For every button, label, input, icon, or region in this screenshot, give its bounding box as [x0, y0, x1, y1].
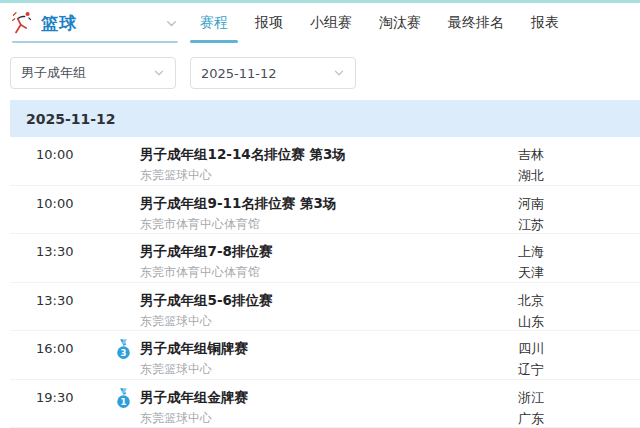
match-row[interactable]: 19:30 1 男子成年组金牌赛 东莞篮球中心 浙江 广东 — [10, 380, 640, 428]
match-row[interactable]: 10:00 3 男子成年组9-11名排位赛 第3场 东莞市体育中心体育馆 河南 … — [10, 186, 640, 235]
team-bottom: 江苏 — [518, 215, 640, 234]
svg-text:1: 1 — [120, 396, 126, 406]
match-row[interactable]: 13:30 3 男子成年组5-6排位赛 东莞篮球中心 北京 山东 — [10, 283, 640, 332]
team-bottom: 天津 — [518, 263, 640, 282]
basketball-player-logo-icon — [10, 10, 34, 36]
match-venue: 东莞篮球中心 — [140, 312, 518, 331]
match-row[interactable]: 16:00 3 男子成年组铜牌赛 东莞篮球中心 四川 辽宁 — [10, 331, 640, 380]
match-time: 19:30 — [36, 388, 106, 428]
date-select[interactable]: 2025-11-12 — [190, 57, 356, 89]
team-top: 吉林 — [518, 145, 640, 164]
chevron-down-icon — [333, 67, 345, 79]
team-bottom: 湖北 — [518, 166, 640, 185]
match-title: 男子成年组9-11名排位赛 第3场 — [140, 194, 518, 213]
tab-label: 最终排名 — [448, 14, 504, 32]
sport-name: 篮球 — [41, 12, 77, 35]
team-top: 上海 — [518, 242, 640, 261]
app-window: 篮球 赛程 报项 小组赛 淘汰赛 最终排名 报表 男子成年组 2025-11-1… — [0, 0, 640, 428]
match-time: 10:00 — [36, 145, 106, 185]
match-time: 13:30 — [36, 291, 106, 331]
tab-2[interactable]: 小组赛 — [300, 3, 362, 43]
group-select[interactable]: 男子成年组 — [10, 57, 176, 89]
match-venue: 东莞市体育中心体育馆 — [140, 215, 518, 234]
tab-label: 小组赛 — [310, 14, 352, 32]
match-title: 男子成年组金牌赛 — [140, 388, 518, 407]
tab-bar: 赛程 报项 小组赛 淘汰赛 最终排名 报表 — [190, 3, 576, 43]
tab-label: 报项 — [255, 14, 283, 32]
match-title: 男子成年组12-14名排位赛 第3场 — [140, 145, 518, 164]
group-select-value: 男子成年组 — [21, 64, 86, 82]
match-title: 男子成年组5-6排位赛 — [140, 291, 518, 310]
chevron-down-icon — [165, 17, 178, 30]
team-bottom: 广东 — [518, 409, 640, 428]
match-venue: 东莞篮球中心 — [140, 360, 518, 379]
schedule-list: 2025-11-12 10:00 3 男子成年组12-14名排位赛 第3场 东莞… — [10, 100, 640, 428]
team-top: 河南 — [518, 194, 640, 213]
team-top: 北京 — [518, 291, 640, 310]
match-title: 男子成年组铜牌赛 — [140, 339, 518, 358]
filter-bar: 男子成年组 2025-11-12 — [10, 57, 640, 89]
tab-label: 赛程 — [200, 14, 228, 32]
tab-3[interactable]: 淘汰赛 — [369, 3, 431, 43]
sport-selector-dropdown[interactable]: 篮球 — [10, 3, 178, 43]
date-header: 2025-11-12 — [10, 100, 640, 137]
tab-0[interactable]: 赛程 — [190, 3, 238, 43]
match-time: 16:00 — [36, 339, 106, 379]
match-title: 男子成年组7-8排位赛 — [140, 242, 518, 261]
medal-icon: 3 — [115, 339, 132, 364]
svg-text:3: 3 — [120, 348, 126, 358]
team-top: 四川 — [518, 339, 640, 358]
top-bar: 篮球 赛程 报项 小组赛 淘汰赛 最终排名 报表 — [0, 3, 640, 43]
match-row[interactable]: 10:00 3 男子成年组12-14名排位赛 第3场 东莞篮球中心 吉林 湖北 — [10, 137, 640, 186]
tab-label: 淘汰赛 — [379, 14, 421, 32]
match-venue: 东莞篮球中心 — [140, 166, 518, 185]
match-venue: 东莞市体育中心体育馆 — [140, 263, 518, 282]
team-bottom: 山东 — [518, 312, 640, 331]
chevron-down-icon — [153, 67, 165, 79]
tab-1[interactable]: 报项 — [245, 3, 293, 43]
team-bottom: 辽宁 — [518, 360, 640, 379]
tab-5[interactable]: 报表 — [521, 3, 569, 43]
date-select-value: 2025-11-12 — [201, 66, 277, 81]
match-time: 10:00 — [36, 194, 106, 234]
tab-label: 报表 — [531, 14, 559, 32]
match-row[interactable]: 13:30 3 男子成年组7-8排位赛 东莞市体育中心体育馆 上海 天津 — [10, 234, 640, 283]
tab-4[interactable]: 最终排名 — [438, 3, 514, 43]
team-top: 浙江 — [518, 388, 640, 407]
match-time: 13:30 — [36, 242, 106, 282]
match-venue: 东莞篮球中心 — [140, 409, 518, 428]
medal-icon: 1 — [115, 388, 132, 413]
